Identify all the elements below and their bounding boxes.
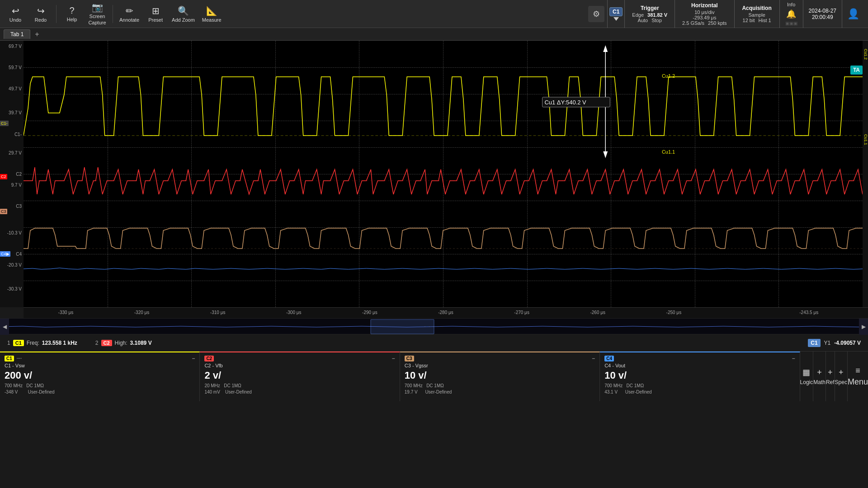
y-label-n303: -30.3 V bbox=[7, 286, 22, 291]
preset-button[interactable]: ⊞ Preset bbox=[144, 2, 167, 26]
user-icon[interactable]: 👤 bbox=[842, 0, 864, 28]
x-label-320: -320 μs bbox=[134, 310, 150, 315]
c2-info: 20 MHz DC 1MΩ 140 mV User-Defined bbox=[204, 383, 395, 395]
spec-plus-icon: + bbox=[839, 368, 844, 377]
y-label-c1-marker: C1- bbox=[14, 131, 22, 136]
channel-panel-c3[interactable]: C3 – C3 - Vgssr 10 v/ 700 MHz DC 1MΩ 19.… bbox=[400, 352, 600, 401]
y-label-497: 49.7 V bbox=[9, 86, 22, 91]
c1-minus: – bbox=[192, 355, 195, 361]
bottom-panel: C1 ···· – C1 - Vsw 200 v/ 700 MHz DC 1MΩ… bbox=[0, 352, 868, 401]
c4-name: C4 - Vout bbox=[604, 363, 795, 368]
meas-2-value: 3.1089 V bbox=[130, 340, 152, 346]
annotate-button[interactable]: ✏ Annotate bbox=[117, 2, 142, 26]
toolbar-separator-2 bbox=[113, 5, 113, 23]
y-axis-labels: 69.7 V 59.7 V 49.7 V 39.7 V C1- 29.7 V C… bbox=[0, 41, 24, 307]
undo-icon: ↩ bbox=[12, 5, 19, 16]
scroll-right-button[interactable]: ▶ bbox=[859, 319, 868, 335]
toolbar-right: ⚙ C1 Trigger Edge 381.82 V Auto Stop Hor… bbox=[585, 0, 864, 28]
y-label-c3-marker: C3 bbox=[16, 203, 22, 208]
logic-button[interactable]: ▦ Logic bbox=[800, 352, 814, 401]
channel-panel-c1[interactable]: C1 ···· – C1 - Vsw 200 v/ 700 MHz DC 1MΩ… bbox=[0, 352, 200, 401]
info-panel: Info 🔔 ▣▣▣ bbox=[779, 0, 803, 28]
measurement-2: 2 C2 High: 3.1089 V bbox=[95, 340, 152, 346]
x-label-300: -300 μs bbox=[286, 310, 302, 315]
spec-button[interactable]: + Spec bbox=[835, 352, 848, 401]
c3-minus: – bbox=[592, 355, 595, 361]
settings-button[interactable]: ⚙ bbox=[588, 6, 604, 22]
ta-marker: TA bbox=[850, 66, 863, 75]
c3-info: 700 MHz DC 1MΩ 19.7 V User-Defined bbox=[405, 383, 595, 395]
add-zoom-button[interactable]: 🔍 Add Zoom bbox=[169, 2, 198, 26]
y1-label: Y1 bbox=[824, 340, 831, 346]
c3-name: C3 - Vgssr bbox=[405, 363, 595, 368]
y-label-297: 29.7 V bbox=[9, 150, 22, 155]
y-label-c2-marker: C2 bbox=[16, 172, 22, 177]
preset-icon: ⊞ bbox=[152, 5, 160, 16]
math-button[interactable]: + Math bbox=[813, 352, 826, 401]
scroll-dots: · · · · · bbox=[424, 324, 443, 329]
channel-panel-c2[interactable]: C2 – C2 - Vfb 2 v/ 20 MHz DC 1MΩ 140 mV … bbox=[200, 352, 400, 401]
y-label-n203: -20.3 V bbox=[7, 262, 22, 267]
x-label-270: -270 μs bbox=[514, 310, 529, 315]
help-button[interactable]: ? Help bbox=[60, 2, 84, 26]
measure-button[interactable]: 📐 Measure bbox=[199, 2, 224, 26]
c1-marker: C1- bbox=[0, 121, 9, 126]
c4-marker: C4▶ bbox=[0, 251, 10, 257]
trigger-arrow-icon[interactable] bbox=[613, 17, 619, 21]
add-tab-button[interactable]: + bbox=[32, 30, 42, 38]
trigger-panel: Trigger Edge 381.82 V Auto Stop bbox=[624, 0, 675, 28]
y1-readout: C1 Y1 -4.09057 V bbox=[808, 339, 861, 347]
c3-badge: C3 bbox=[405, 356, 414, 361]
waveform-area[interactable]: Cu1 ΔY:540.2 V Cu1.1 Cu1.2 TA bbox=[24, 41, 863, 307]
redo-button[interactable]: ↪ Redo bbox=[29, 2, 52, 26]
undo-button[interactable]: ↩ Undo bbox=[4, 2, 27, 26]
c1-dotted: ···· bbox=[17, 356, 22, 361]
cu1-2-right-label: Cu1.2 bbox=[863, 49, 868, 60]
channel-select[interactable]: C1 bbox=[609, 7, 623, 16]
ref-plus-icon: + bbox=[828, 368, 833, 377]
cu1-1-label: Cu1.2 bbox=[662, 73, 675, 79]
c3-voltage: 10 v/ bbox=[405, 370, 427, 381]
math-plus-icon: + bbox=[817, 368, 822, 377]
c2-marker: C2 bbox=[0, 174, 7, 179]
c4-info: 700 MHz DC 1MΩ 43.1 V User-Defined bbox=[604, 383, 795, 395]
meas-1-name: Freq: bbox=[27, 340, 39, 346]
x-label-330: -330 μs bbox=[58, 310, 74, 315]
c2-voltage: 2 v/ bbox=[204, 370, 221, 381]
annotate-icon: ✏ bbox=[126, 5, 133, 16]
tab-1[interactable]: Tab 1 bbox=[4, 29, 30, 39]
cursor-arrow-up bbox=[603, 45, 608, 52]
c3-marker: C3 bbox=[0, 209, 7, 214]
horizontal-panel: Horizontal 10 μs/div -293.49 μs 2.5 GSa/… bbox=[675, 0, 734, 28]
c1-waveform bbox=[24, 77, 863, 136]
channel-panel-c4[interactable]: C4 – C4 - Vout 10 v/ 700 MHz DC 1MΩ 43.1… bbox=[600, 352, 800, 401]
menu-button[interactable]: ≡ Menu bbox=[848, 352, 868, 401]
y1-value: -4.09057 V bbox=[834, 340, 861, 346]
overview-strip[interactable]: ◀ ▶ · · · · · bbox=[0, 318, 868, 334]
y-label-n103: -10.3 V bbox=[7, 230, 22, 235]
meas-2-channel-badge: C2 bbox=[101, 340, 112, 346]
ref-button[interactable]: + Ref bbox=[826, 352, 835, 401]
bell-icon[interactable]: 🔔 bbox=[786, 9, 796, 19]
meas-2-name: High: bbox=[115, 340, 127, 346]
c1-voltage: 200 v/ bbox=[5, 370, 32, 381]
c1-name: C1 - Vsw bbox=[5, 363, 195, 368]
c4-voltage: 10 v/ bbox=[604, 370, 627, 381]
screen-capture-button[interactable]: 📷 ScreenCapture bbox=[85, 2, 109, 26]
waveform-svg: Cu1 ΔY:540.2 V Cu1.1 Cu1.2 bbox=[24, 41, 863, 307]
cursor-arrow-down bbox=[603, 151, 608, 158]
cu1-2-label: Cu1.1 bbox=[662, 149, 675, 155]
cursor-delta-label: Cu1 ΔY:540.2 V bbox=[545, 99, 587, 106]
tab-bar: Tab 1 + bbox=[0, 28, 868, 41]
acquisition-panel: Acquisition Sample 12 bit Hist 1 bbox=[734, 0, 779, 28]
c4-badge: C4 bbox=[604, 356, 614, 361]
c1-info: 700 MHz DC 1MΩ -348 V User-Defined bbox=[5, 383, 195, 395]
c1-badge: C1 bbox=[5, 356, 14, 361]
x-label-250: -250 μs bbox=[666, 310, 682, 315]
scroll-left-button[interactable]: ◀ bbox=[0, 319, 9, 335]
measurement-1: 1 C1 Freq: 123.558 1 kHz bbox=[7, 340, 77, 346]
c2-minus: – bbox=[392, 355, 395, 361]
help-icon: ? bbox=[69, 5, 74, 16]
x-axis: -330 μs -320 μs -310 μs -300 μs -290 μs … bbox=[24, 307, 868, 318]
meas-1-channel-badge: C1 bbox=[13, 340, 24, 346]
